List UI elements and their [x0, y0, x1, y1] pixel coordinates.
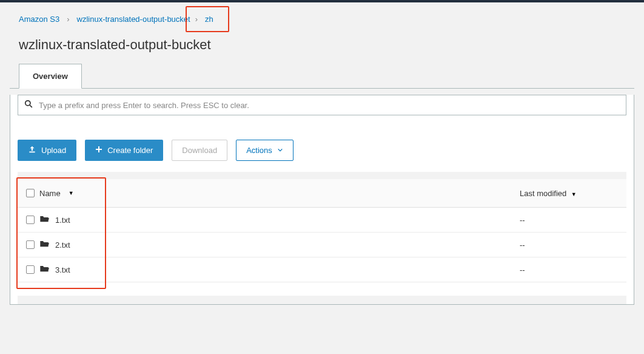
cell-name: 3.txt: [39, 264, 520, 275]
header-last-modified-label: Last modified: [520, 189, 566, 198]
file-name[interactable]: 1.txt: [55, 216, 70, 225]
table-row[interactable]: 1.txt --: [18, 208, 626, 233]
chevron-right-icon: ›: [195, 15, 198, 24]
row-checkbox[interactable]: [26, 265, 35, 274]
objects-table: Name ▼ Last modified ▼ 1.txt: [18, 179, 626, 282]
search-input[interactable]: [39, 101, 620, 110]
folder-open-icon: [39, 264, 49, 275]
upload-label: Upload: [41, 146, 66, 155]
breadcrumb: Amazon S3 › wzlinux-translated-output-bu…: [10, 2, 634, 33]
cell-name: 1.txt: [39, 214, 520, 225]
actions-label: Actions: [246, 146, 272, 155]
col-check: [21, 189, 39, 197]
cell-last-modified: --: [520, 240, 623, 250]
upload-button[interactable]: Upload: [18, 140, 76, 161]
header-name[interactable]: Name ▼: [39, 189, 520, 198]
chevron-right-icon: ›: [67, 15, 69, 24]
cell-last-modified: --: [520, 265, 623, 274]
table-header: Name ▼ Last modified ▼: [18, 179, 626, 208]
breadcrumb-current-highlight: › zh: [186, 6, 229, 32]
toolbar: Upload Create folder Download Actions: [10, 121, 634, 172]
table-row[interactable]: 2.txt --: [18, 233, 626, 257]
row-checkbox[interactable]: [26, 240, 35, 249]
create-folder-button[interactable]: Create folder: [85, 140, 163, 161]
file-name[interactable]: 3.txt: [55, 265, 70, 274]
header-last-modified[interactable]: Last modified ▼: [520, 188, 623, 199]
actions-button[interactable]: Actions: [236, 140, 293, 161]
breadcrumb-bucket[interactable]: wzlinux-translated-output-bucket: [77, 15, 190, 24]
search-container: [18, 95, 626, 115]
page-title: wzlinux-translated-output-bucket: [10, 33, 634, 64]
svg-line-1: [30, 105, 32, 107]
plus-icon: [95, 146, 102, 155]
select-all-checkbox[interactable]: [26, 189, 35, 197]
search-icon: [24, 100, 33, 111]
col-check: [21, 216, 39, 224]
tab-overview[interactable]: Overview: [19, 64, 82, 89]
upload-icon: [28, 145, 36, 155]
breadcrumb-root[interactable]: Amazon S3: [19, 15, 59, 24]
spacer: [18, 282, 626, 296]
col-check: [21, 265, 39, 274]
download-label: Download: [182, 146, 217, 155]
folder-open-icon: [39, 214, 49, 225]
panel: Upload Create folder Download Actions: [10, 95, 634, 305]
svg-rect-2: [29, 152, 35, 153]
tab-bar: Overview: [10, 64, 634, 89]
folder-open-icon: [39, 239, 49, 250]
sort-caret-icon: ▼: [69, 190, 74, 196]
breadcrumb-folder[interactable]: zh: [205, 15, 213, 24]
row-checkbox[interactable]: [26, 216, 35, 224]
download-button: Download: [172, 140, 227, 161]
chevron-down-icon: [277, 146, 283, 155]
spacer: [18, 296, 626, 304]
table-row[interactable]: 3.txt --: [18, 257, 626, 282]
header-name-label: Name: [39, 189, 61, 198]
col-check: [21, 240, 39, 249]
spacer: [18, 172, 626, 179]
cell-name: 2.txt: [39, 239, 520, 250]
cell-last-modified: --: [520, 216, 623, 225]
svg-point-0: [25, 101, 30, 106]
svg-rect-4: [96, 149, 102, 150]
file-name[interactable]: 2.txt: [55, 240, 70, 250]
create-folder-label: Create folder: [107, 146, 153, 155]
sort-caret-icon: ▼: [571, 191, 577, 197]
